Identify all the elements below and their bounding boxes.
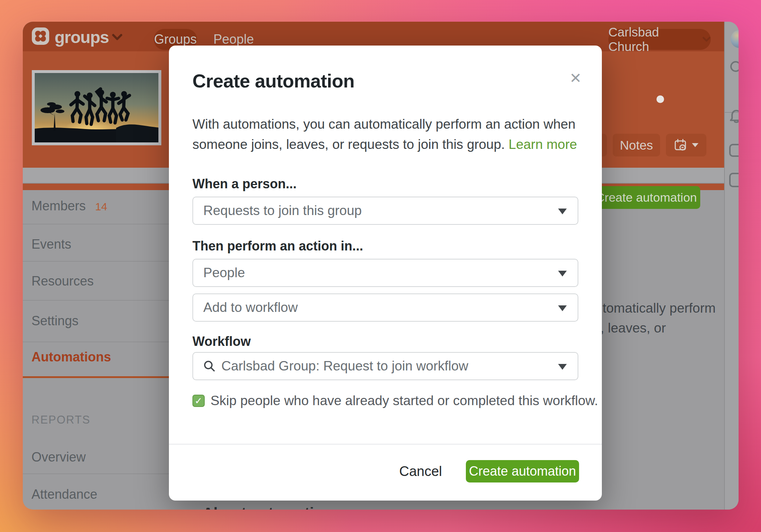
workflow-combobox[interactable]: Carlsbad Group: Request to join workflow	[192, 352, 578, 380]
create-automation-submit-button[interactable]: Create automation	[466, 460, 579, 482]
modal-intro-text: With automations, you can automatically …	[192, 114, 585, 155]
create-automation-modal: Create automation ✕ With automations, yo…	[169, 46, 602, 501]
sidebar-section-reports: REPORTS	[31, 413, 90, 426]
page-background: groups Groups People Carlsbad Church	[0, 0, 761, 532]
background-text-fragment: tomatically perform	[603, 301, 716, 316]
when-person-label: When a person...	[192, 176, 297, 192]
sidebar-item-automations[interactable]: Automations	[23, 347, 171, 367]
cancel-button[interactable]: Cancel	[399, 464, 442, 479]
modal-title: Create automation	[192, 70, 354, 92]
then-action-label: Then perform an action in...	[192, 239, 363, 254]
sidebar-item-overview[interactable]: Overview	[23, 447, 171, 467]
background-clipped-heading: About automations	[203, 505, 341, 510]
chevron-down-icon	[558, 305, 567, 311]
organization-selector[interactable]: Carlsbad Church	[608, 29, 711, 50]
sidebar-item-settings[interactable]: Settings	[23, 311, 171, 331]
chevron-down-icon	[692, 143, 698, 147]
right-icon-rail	[724, 22, 739, 510]
sidebar-item-events[interactable]: Events	[23, 234, 171, 254]
sidebar-item-members[interactable]: Members14	[23, 196, 171, 216]
divider	[23, 300, 171, 301]
product-select[interactable]: People	[192, 259, 578, 287]
app-window: groups Groups People Carlsbad Church	[23, 22, 739, 510]
organization-name: Carlsbad Church	[608, 25, 697, 54]
close-icon[interactable]: ✕	[569, 71, 582, 85]
panel-icon[interactable]	[728, 143, 739, 158]
divider	[23, 224, 171, 224]
action-select[interactable]: Add to workflow	[192, 293, 578, 322]
bell-icon[interactable]	[728, 108, 739, 124]
modal-footer: Cancel Create automation	[399, 460, 579, 482]
app-switcher-chevron-icon[interactable]	[112, 34, 123, 41]
divider	[23, 261, 171, 262]
app-logo-text[interactable]: groups	[55, 27, 109, 47]
search-icon[interactable]	[728, 59, 739, 76]
skip-checkbox-row: ✓ Skip people who have already started o…	[192, 393, 598, 408]
skip-checkbox[interactable]: ✓	[192, 395, 205, 407]
trigger-select[interactable]: Requests to join this group	[192, 197, 578, 225]
notes-button[interactable]: Notes	[613, 134, 660, 156]
workflow-label: Workflow	[192, 334, 251, 349]
sidebar-item-attendance[interactable]: Attendance	[23, 484, 171, 505]
panel-icon[interactable]	[728, 172, 739, 188]
groups-logo-icon[interactable]	[31, 27, 50, 45]
chevron-down-icon	[558, 364, 567, 370]
divider	[23, 342, 171, 342]
divider	[23, 473, 171, 474]
learn-more-link[interactable]: Learn more	[509, 137, 577, 152]
notification-dot	[656, 95, 664, 103]
chevron-down-icon	[702, 37, 711, 42]
calendar-link-button[interactable]	[666, 134, 706, 156]
calendar-link-icon	[674, 138, 688, 152]
skip-checkbox-label: Skip people who have already started or …	[211, 393, 598, 408]
background-text-fragment: , leaves, or	[600, 321, 666, 336]
chevron-down-icon	[558, 271, 567, 276]
active-item-underline	[23, 376, 171, 378]
footer-divider	[169, 444, 602, 445]
members-count-badge: 14	[95, 201, 107, 213]
sidebar-item-resources[interactable]: Resources	[23, 271, 171, 291]
group-photo[interactable]	[32, 70, 161, 145]
search-icon	[203, 360, 216, 372]
chevron-down-icon	[558, 209, 567, 214]
